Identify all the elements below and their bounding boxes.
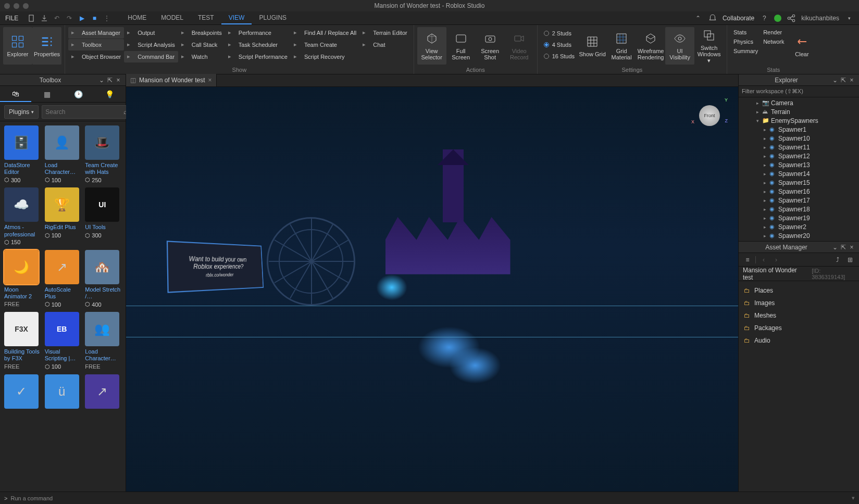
asset-folder-images[interactable]: 🗀Images	[739, 297, 859, 309]
explorer-filter-input[interactable]: Filter workspace (⇧⌘X)	[739, 86, 859, 97]
chevron-up-icon[interactable]: ⌃	[693, 14, 703, 23]
cmd-dropdown-icon[interactable]: ▾	[852, 495, 855, 501]
stats-render[interactable]: Render	[763, 28, 784, 36]
ribbon-chat[interactable]: ▸Chat	[359, 39, 410, 51]
expand-icon[interactable]: ▸	[762, 180, 768, 185]
toolbox-item[interactable]: ü	[45, 374, 81, 411]
play-icon[interactable]: ▶	[78, 14, 86, 22]
tree-row[interactable]: ▾📁EnemySpawners	[739, 116, 859, 125]
expand-icon[interactable]: ▸	[762, 207, 768, 212]
play-dropdown-icon[interactable]: ⋮	[103, 14, 111, 22]
tree-row[interactable]: ▸◉Spawner17	[739, 196, 859, 205]
tree-row[interactable]: ▸◉Spawner20	[739, 231, 859, 240]
panel-close-icon[interactable]: ×	[848, 243, 856, 251]
expand-icon[interactable]: ▸	[762, 162, 768, 168]
screenshot-button[interactable]: Screen Shot	[476, 27, 505, 65]
toolbox-item[interactable]: ↗	[85, 374, 121, 411]
ribbon-output[interactable]: ▸Output	[124, 27, 178, 39]
toolbox-category-dropdown[interactable]: Plugins▾	[4, 105, 39, 119]
save-icon[interactable]	[40, 14, 48, 22]
toolbox-tab-inventory[interactable]: ▦	[31, 86, 63, 102]
tree-row[interactable]: ▸◉Spawner12	[739, 152, 859, 160]
tree-row[interactable]: ▸📷Camera	[739, 98, 859, 107]
full-screen-button[interactable]: Full Screen	[446, 27, 476, 65]
show-grid-button[interactable]: Show Grid	[578, 27, 607, 65]
tree-row[interactable]: ▸◉Spawner2	[739, 222, 859, 231]
panel-pin-icon[interactable]: ⇱	[839, 76, 848, 84]
toolbox-search-field[interactable]: ⌕	[42, 105, 131, 119]
username-label[interactable]: kikuchanbites	[801, 15, 839, 22]
ribbon-command-bar[interactable]: ▸Command Bar	[124, 51, 178, 62]
expand-icon[interactable]: ▸	[762, 145, 768, 150]
switch-windows-button[interactable]: Switch Windows ▾	[694, 27, 724, 65]
user-status-icon[interactable]	[774, 15, 781, 22]
ribbon-terrain-editor[interactable]: ▸Terrain Editor	[359, 27, 410, 39]
grid-material-button[interactable]: Grid Material	[607, 27, 636, 65]
upload-icon[interactable]: ⤴	[833, 255, 842, 264]
menu-tab-plugins[interactable]: PLUGINS	[252, 11, 294, 24]
toolbox-item[interactable]: 👤Load Character…⬡ 100	[45, 125, 81, 183]
stats-stats[interactable]: Stats	[733, 28, 758, 36]
toolbox-tab-recent[interactable]: 🕑	[63, 86, 94, 102]
window-controls[interactable]	[4, 3, 29, 9]
toolbox-item[interactable]: 🎩Team Create with Hats⬡ 250	[85, 125, 121, 183]
tree-row[interactable]: ▸⛰Terrain	[739, 107, 859, 116]
stats-network[interactable]: Network	[763, 37, 784, 46]
tree-row[interactable]: ▸◉Spawner18	[739, 205, 859, 213]
clear-stats-button[interactable]: Clear	[788, 27, 817, 65]
studs-option-2[interactable]: 16 Studs	[544, 51, 575, 61]
studs-option-1[interactable]: 4 Studs	[544, 40, 575, 50]
collaborate-button[interactable]: Collaborate	[723, 15, 754, 22]
ribbon-find-all-replace-all[interactable]: ▸Find All / Replace All	[291, 27, 359, 39]
toolbox-item[interactable]: 🌙Moon Animator 2FREE	[4, 250, 41, 308]
view-axis-gizmo[interactable]: Y Z X Front	[691, 97, 728, 134]
viewport-3d[interactable]: Want to build your own Roblox experience…	[126, 87, 738, 492]
tree-row[interactable]: ▸◉Spawner16	[739, 187, 859, 196]
share-icon[interactable]	[787, 14, 796, 23]
ribbon-script-recovery[interactable]: ▸Script Recovery	[291, 51, 359, 62]
tree-row[interactable]: ▸◉Spawner10	[739, 134, 859, 143]
back-icon[interactable]: ‹	[759, 255, 768, 264]
ribbon-task-scheduler[interactable]: ▸Task Scheduler	[225, 39, 291, 51]
menu-tab-test[interactable]: TEST	[191, 11, 221, 24]
ribbon-team-create[interactable]: ▸Team Create	[291, 39, 359, 51]
toolbox-item[interactable]: 🏆RigEdit Plus⬡ 100	[45, 187, 81, 245]
tree-row[interactable]: ▸◉Spawner19	[739, 213, 859, 222]
undo-icon[interactable]: ↶	[53, 14, 61, 22]
help-icon[interactable]: ?	[760, 14, 769, 23]
ribbon-asset-manager[interactable]: ▸Asset Manager	[68, 27, 124, 39]
expand-icon[interactable]: ▸	[762, 171, 768, 177]
expand-icon[interactable]: ▸	[762, 224, 768, 230]
asset-folder-packages[interactable]: 🗀Packages	[739, 322, 859, 334]
expand-icon[interactable]: ▸	[762, 198, 768, 203]
toolbox-tab-marketplace[interactable]: 🛍	[0, 86, 31, 102]
expand-icon[interactable]: ▸	[762, 127, 768, 132]
ribbon-script-analysis[interactable]: ▸Script Analysis	[124, 39, 178, 51]
toolbox-item[interactable]: ✓	[4, 374, 41, 411]
menu-tab-view[interactable]: VIEW	[221, 11, 252, 24]
maximize-window-icon[interactable]	[23, 3, 29, 9]
ribbon-call-stack[interactable]: ▸Call Stack	[178, 39, 225, 51]
new-file-icon[interactable]	[28, 14, 36, 22]
minimize-window-icon[interactable]	[14, 3, 19, 9]
list-view-icon[interactable]: ≡	[743, 255, 752, 264]
studs-option-0[interactable]: 2 Studs	[544, 28, 575, 39]
ribbon-performance[interactable]: ▸Performance	[225, 27, 291, 39]
document-tab[interactable]: ◫ Mansion of Wonder test ×	[126, 74, 217, 86]
expand-icon[interactable]: ▾	[754, 118, 761, 123]
ribbon-breakpoints[interactable]: ▸Breakpoints	[178, 27, 225, 39]
panel-close-icon[interactable]: ×	[848, 76, 856, 84]
stats-summary[interactable]: Summary	[733, 47, 758, 55]
command-bar[interactable]: > Run a command ▾	[0, 492, 859, 504]
toolbox-item[interactable]: ↗AutoScale Plus⬡ 100	[45, 250, 81, 308]
user-dropdown-icon[interactable]: ▾	[844, 14, 854, 23]
toolbox-item[interactable]: 🗄️DataStore Editor⬡ 300	[4, 125, 41, 183]
asset-folder-meshes[interactable]: 🗀Meshes	[739, 309, 859, 322]
panel-menu-icon[interactable]: ⌄	[831, 76, 839, 84]
toolbox-item[interactable]: 👥Load Character…FREE	[85, 312, 121, 370]
tree-row[interactable]: ▸◉Spawner13	[739, 160, 859, 169]
close-tab-icon[interactable]: ×	[208, 77, 212, 84]
toolbox-search-input[interactable]	[45, 108, 123, 116]
expand-icon[interactable]: ▸	[762, 233, 768, 238]
asset-folder-places[interactable]: 🗀Places	[739, 284, 859, 297]
